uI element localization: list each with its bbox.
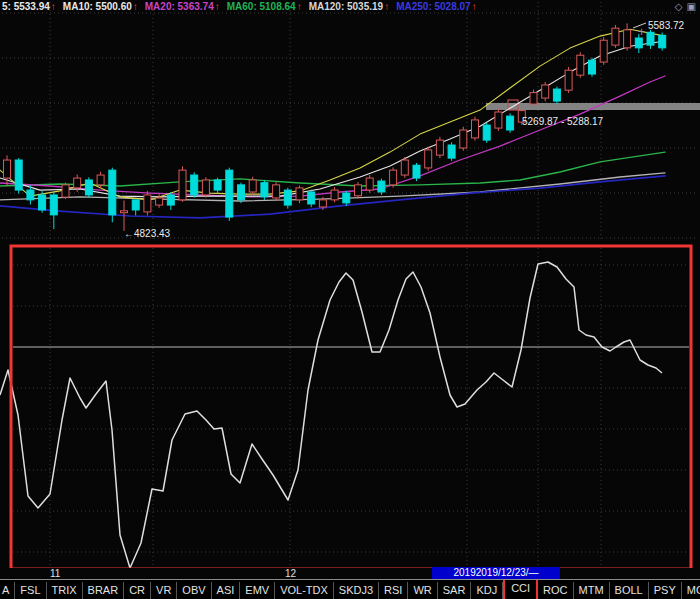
- indicator-tab-rsi[interactable]: RSI: [379, 582, 408, 599]
- candle-body: [85, 180, 92, 195]
- candle-body: [472, 120, 479, 138]
- up-arrow-icon: ↑: [472, 1, 477, 12]
- up-arrow-icon: ↑: [51, 1, 56, 12]
- candle-body: [156, 198, 163, 205]
- indicator-tab-kdj[interactable]: KDJ: [471, 582, 503, 599]
- charts-canvas: ←4823.435583.725269.87 - 5288.17+: [0, 0, 700, 568]
- candle-body: [495, 112, 502, 128]
- high-price-label: 5583.72: [648, 20, 685, 31]
- indicator-tab-vr[interactable]: VR: [151, 582, 177, 599]
- candle-body: [565, 70, 572, 90]
- candle-body: [436, 140, 443, 155]
- candle-body: [296, 188, 303, 200]
- up-arrow-icon: ↑: [133, 1, 138, 12]
- diamond-icon[interactable]: ◇: [675, 2, 683, 12]
- candle-body: [635, 38, 642, 48]
- candle-body: [97, 175, 104, 185]
- ma-value-ma10: MA10: 5500.60↑: [63, 1, 138, 12]
- candle-body: [226, 170, 233, 217]
- candle-body: [202, 180, 209, 195]
- panel-layout-icon[interactable]: ▣: [687, 2, 696, 12]
- moving-average-info-bar: 5: 5533.94↑MA10: 5500.60↑MA20: 5363.74↑M…: [2, 1, 484, 12]
- indicator-tab-emv[interactable]: EMV: [240, 582, 275, 599]
- candle-body: [647, 32, 654, 45]
- candle-body: [413, 165, 420, 178]
- indicator-tab-roc[interactable]: ROC: [538, 582, 573, 599]
- candle-body: [448, 145, 455, 158]
- indicator-tab-brar[interactable]: BRAR: [83, 582, 125, 599]
- ma-value-ma120: MA120: 5035.19↑: [309, 1, 390, 12]
- indicator-tab-skdj3[interactable]: SKDJ3: [334, 582, 379, 599]
- up-arrow-icon: ↑: [384, 1, 389, 12]
- month-label-dec: 12: [285, 568, 296, 579]
- candle-body: [144, 195, 151, 212]
- candle-body: [460, 130, 467, 148]
- price-chart: ←4823.435583.725269.87 - 5288.17+: [0, 2, 700, 242]
- candle-body: [121, 211, 128, 213]
- candle-body: [589, 60, 596, 74]
- candle-body: [238, 185, 245, 200]
- candle-body: [308, 192, 315, 204]
- candle-body: [553, 89, 560, 101]
- indicator-tab-asi[interactable]: ASI: [212, 582, 241, 599]
- candle-body: [50, 195, 57, 215]
- cci-indicator-panel: [0, 246, 691, 568]
- indicator-tab-cci[interactable]: CCI: [503, 579, 538, 599]
- ma-line-ma5: [0, 29, 665, 200]
- candle-body: [39, 195, 46, 210]
- candle-body: [600, 40, 607, 62]
- candle-body: [390, 170, 397, 185]
- indicator-tab-sar[interactable]: SAR: [438, 582, 472, 599]
- indicator-tab-trix[interactable]: TRIX: [47, 582, 83, 599]
- candle-body: [249, 180, 256, 192]
- candle-body: [261, 183, 268, 197]
- low-price-label: ←4823.43: [124, 228, 171, 239]
- stock-app-window: ←4823.435583.725269.87 - 5288.17+ 5: 553…: [0, 0, 700, 599]
- candle-body: [284, 190, 291, 205]
- ma-value-5: 5: 5533.94↑: [2, 1, 56, 12]
- candle-body: [167, 195, 174, 205]
- candle-body: [343, 193, 350, 203]
- candle-body: [624, 30, 631, 48]
- candle-body: [425, 150, 432, 168]
- candle-body: [612, 28, 619, 45]
- crosshair-mark: +: [638, 25, 645, 39]
- candle-body: [577, 55, 584, 75]
- chart-corner-tools: ◇▣: [671, 2, 696, 12]
- ma-value-ma250: MA250: 5028.07↑: [396, 1, 477, 12]
- candle-body: [191, 175, 198, 195]
- up-arrow-icon: ↑: [215, 1, 220, 12]
- candle-body: [109, 170, 116, 215]
- candle-body: [62, 185, 69, 197]
- candle-body: [74, 178, 81, 188]
- indicator-tab-mcst[interactable]: MCST: [682, 582, 700, 599]
- candle-body: [179, 170, 186, 200]
- ma-value-ma60: MA60: 5108.64↑: [227, 1, 302, 12]
- candle-body: [355, 185, 362, 196]
- candle-body: [366, 178, 373, 190]
- candle-body: [378, 181, 385, 192]
- candle-body: [214, 180, 221, 190]
- candle-body: [530, 93, 537, 104]
- indicator-tab-wr[interactable]: WR: [408, 582, 437, 599]
- candle-body: [507, 116, 514, 130]
- indicator-tab-obv[interactable]: OBV: [177, 582, 211, 599]
- indicator-tab-psy[interactable]: PSY: [649, 582, 682, 599]
- ma-value-ma20: MA20: 5363.74↑: [145, 1, 220, 12]
- candle-body: [132, 200, 139, 210]
- candle-body: [483, 125, 490, 140]
- indicator-tab-cr[interactable]: CR: [124, 582, 151, 599]
- indicator-tab-fsl[interactable]: FSL: [15, 582, 46, 599]
- up-arrow-icon: ↑: [297, 1, 302, 12]
- month-label-nov: 11: [50, 568, 60, 579]
- indicator-tab-vol-tdx[interactable]: VOL-TDX: [275, 582, 334, 599]
- date-axis-row: 11 12 20192019/12/23/—: [0, 568, 700, 579]
- selected-date-highlight[interactable]: 20192019/12/23/—: [432, 567, 560, 579]
- indicator-tab-mtm[interactable]: MTM: [574, 582, 610, 599]
- candle-body: [401, 160, 408, 175]
- indicator-tab-boll[interactable]: BOLL: [610, 582, 649, 599]
- indicator-tab-a[interactable]: A: [0, 582, 15, 599]
- candle-body: [319, 200, 326, 207]
- candle-body: [27, 190, 34, 200]
- indicator-tab-bar: AFSLTRIXBRARCRVROBVASIEMVVOL-TDXSKDJ3RSI…: [0, 579, 700, 599]
